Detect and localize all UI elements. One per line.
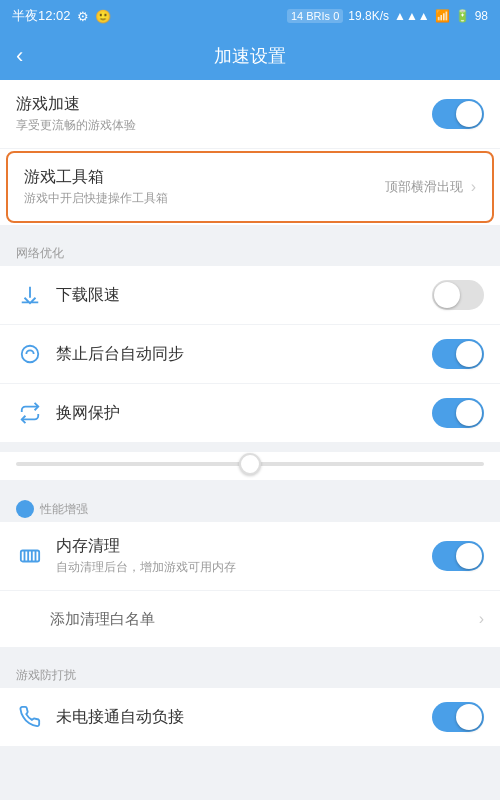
sync-icon bbox=[16, 340, 44, 368]
toggle-knob-dl bbox=[434, 282, 460, 308]
memory-icon bbox=[16, 542, 44, 570]
game-boost-toggle[interactable] bbox=[432, 99, 484, 129]
anti-cheat-section-label: 游戏防打扰 bbox=[0, 657, 500, 688]
game-toolbox-subtitle: 游戏中开启快捷操作工具箱 bbox=[24, 190, 385, 207]
network-section: 下载限速 禁止后台自动同步 bbox=[0, 266, 500, 442]
game-boost-subtitle: 享受更流畅的游戏体验 bbox=[16, 117, 432, 134]
disable-sync-title: 禁止后台自动同步 bbox=[56, 344, 432, 365]
toggle-knob-sync bbox=[456, 341, 482, 367]
acceleration-section: 游戏加速 享受更流畅的游戏体验 游戏工具箱 游戏中开启快捷操作工具箱 顶部横滑出… bbox=[0, 80, 500, 225]
add-whitelist-content: 添加清理白名单 bbox=[50, 610, 479, 629]
perf-label-text: 性能增强 bbox=[40, 501, 88, 518]
back-button[interactable]: ‹ bbox=[16, 45, 23, 67]
phone-icon bbox=[16, 703, 44, 731]
status-icon-settings: ⚙ bbox=[77, 9, 89, 24]
toolbox-right-text: 顶部横滑出现 bbox=[385, 178, 463, 196]
status-time: 半夜12:02 bbox=[12, 7, 71, 25]
signal-icon: ▲▲▲ bbox=[394, 9, 430, 23]
game-toolbox-right: 顶部横滑出现 › bbox=[385, 178, 476, 196]
anti-cheat-section: 未电接通自动负接 bbox=[0, 688, 500, 746]
battery-level: 98 bbox=[475, 9, 488, 23]
svg-point-0 bbox=[22, 346, 39, 363]
content-area: 游戏加速 享受更流畅的游戏体验 游戏工具箱 游戏中开启快捷操作工具箱 顶部横滑出… bbox=[0, 80, 500, 800]
toggle-knob-ar bbox=[456, 704, 482, 730]
status-left: 半夜12:02 ⚙ 🙂 bbox=[12, 7, 111, 25]
chevron-icon: › bbox=[471, 178, 476, 196]
network-speed: 19.8K/s bbox=[348, 9, 389, 23]
game-toolbox-title: 游戏工具箱 bbox=[24, 167, 385, 188]
auto-reject-toggle[interactable] bbox=[432, 702, 484, 732]
auto-reject-content: 未电接通自动负接 bbox=[56, 707, 432, 728]
memory-clean-subtitle: 自动清理后台，增加游戏可用内存 bbox=[56, 559, 432, 576]
network-switch-content: 换网保护 bbox=[56, 403, 432, 424]
toggle-knob-net bbox=[456, 400, 482, 426]
whitelist-chevron: › bbox=[479, 610, 484, 628]
network-switch-title: 换网保护 bbox=[56, 403, 432, 424]
download-limit-title: 下载限速 bbox=[56, 285, 432, 306]
memory-clean-content: 内存清理 自动清理后台，增加游戏可用内存 bbox=[56, 536, 432, 576]
performance-section-label: 性能增强 bbox=[0, 490, 500, 522]
status-icon-smiley: 🙂 bbox=[95, 9, 111, 24]
download-limit-row[interactable]: 下载限速 bbox=[0, 266, 500, 325]
game-toolbox-content: 游戏工具箱 游戏中开启快捷操作工具箱 bbox=[24, 167, 385, 207]
game-boost-title: 游戏加速 bbox=[16, 94, 432, 115]
auto-reject-row[interactable]: 未电接通自动负接 bbox=[0, 688, 500, 746]
disable-sync-row[interactable]: 禁止后台自动同步 bbox=[0, 325, 500, 384]
game-boost-content: 游戏加速 享受更流畅的游戏体验 bbox=[16, 94, 432, 134]
speed-slider-track[interactable] bbox=[16, 462, 484, 466]
network-switch-icon bbox=[16, 399, 44, 427]
bri-badge: 14 BRIs 0 bbox=[287, 9, 343, 23]
auto-reject-title: 未电接通自动负接 bbox=[56, 707, 432, 728]
disable-sync-content: 禁止后台自动同步 bbox=[56, 344, 432, 365]
perf-icon bbox=[16, 500, 34, 518]
network-switch-row[interactable]: 换网保护 bbox=[0, 384, 500, 442]
add-whitelist-title: 添加清理白名单 bbox=[50, 610, 479, 629]
memory-clean-title: 内存清理 bbox=[56, 536, 432, 557]
network-section-label: 网络优化 bbox=[0, 235, 500, 266]
download-limit-toggle[interactable] bbox=[432, 280, 484, 310]
disable-sync-toggle[interactable] bbox=[432, 339, 484, 369]
download-limit-content: 下载限速 bbox=[56, 285, 432, 306]
wifi-icon: 📶 bbox=[435, 9, 450, 23]
game-boost-row[interactable]: 游戏加速 享受更流畅的游戏体验 bbox=[0, 80, 500, 149]
memory-clean-toggle[interactable] bbox=[432, 541, 484, 571]
download-icon bbox=[16, 281, 44, 309]
status-bar: 半夜12:02 ⚙ 🙂 14 BRIs 0 19.8K/s ▲▲▲ 📶 🔋 98 bbox=[0, 0, 500, 32]
network-switch-toggle[interactable] bbox=[432, 398, 484, 428]
top-nav: ‹ 加速设置 bbox=[0, 32, 500, 80]
battery-icon: 🔋 bbox=[455, 9, 470, 23]
speed-slider-thumb[interactable] bbox=[239, 453, 261, 475]
toggle-knob bbox=[456, 101, 482, 127]
add-whitelist-row[interactable]: 添加清理白名单 › bbox=[0, 591, 500, 647]
status-right: 14 BRIs 0 19.8K/s ▲▲▲ 📶 🔋 98 bbox=[287, 9, 488, 23]
page-title: 加速设置 bbox=[214, 44, 286, 68]
performance-section: 内存清理 自动清理后台，增加游戏可用内存 添加清理白名单 › bbox=[0, 522, 500, 647]
toggle-knob-mem bbox=[456, 543, 482, 569]
memory-clean-row[interactable]: 内存清理 自动清理后台，增加游戏可用内存 bbox=[0, 522, 500, 591]
game-toolbox-row[interactable]: 游戏工具箱 游戏中开启快捷操作工具箱 顶部横滑出现 › bbox=[6, 151, 494, 223]
